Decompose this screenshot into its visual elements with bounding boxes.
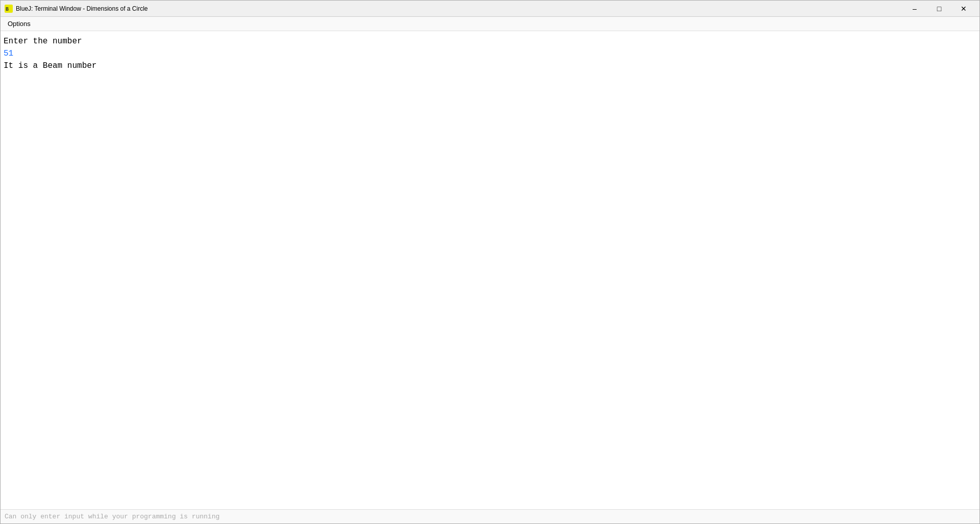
status-bar: Can only enter input while your programm… xyxy=(1,509,979,523)
terminal-line-2: It is a Beam number xyxy=(4,60,976,72)
terminal-line-1: 51 xyxy=(4,47,976,60)
main-window: B BlueJ: Terminal Window - Dimensions of… xyxy=(0,0,980,524)
title-bar: B BlueJ: Terminal Window - Dimensions of… xyxy=(1,1,979,17)
terminal-area: Enter the number 51 It is a Beam number xyxy=(1,31,979,509)
bluej-icon: B xyxy=(5,5,13,13)
terminal-line-0: Enter the number xyxy=(4,35,976,47)
options-menu[interactable]: Options xyxy=(3,18,36,30)
menu-bar: Options xyxy=(1,17,979,31)
window-title: BlueJ: Terminal Window - Dimensions of a… xyxy=(16,5,148,12)
close-button[interactable]: ✕ xyxy=(952,2,975,16)
title-bar-controls: – □ ✕ xyxy=(903,2,975,16)
maximize-button[interactable]: □ xyxy=(927,2,951,16)
status-text: Can only enter input while your programm… xyxy=(5,513,219,520)
svg-text:B: B xyxy=(6,7,9,12)
title-bar-left: B BlueJ: Terminal Window - Dimensions of… xyxy=(5,5,148,13)
minimize-button[interactable]: – xyxy=(903,2,926,16)
